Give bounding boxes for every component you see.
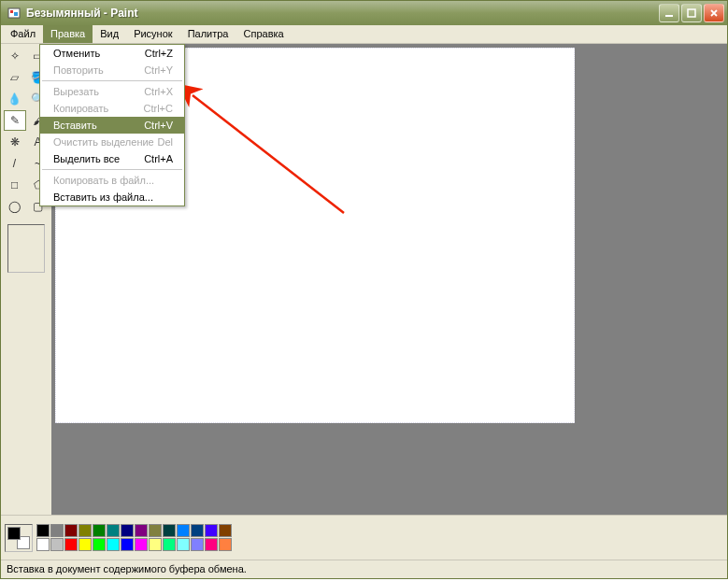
color-swatch[interactable]: [205, 524, 218, 537]
menu-item-вставить-из-файла-[interactable]: Вставить из файла...: [40, 189, 184, 205]
color-swatch[interactable]: [79, 538, 92, 551]
color-indicator[interactable]: [5, 524, 33, 552]
menu-item-label: Повторить: [53, 64, 104, 76]
ellipse-icon[interactable]: ◯: [4, 196, 26, 217]
airbrush-icon[interactable]: ❋: [4, 132, 26, 152]
menu-image[interactable]: Рисунок: [126, 25, 180, 43]
pencil-icon[interactable]: ✎: [4, 110, 26, 131]
menu-view[interactable]: Вид: [93, 25, 126, 43]
color-swatch[interactable]: [135, 524, 148, 537]
menu-palette[interactable]: Палитра: [180, 25, 236, 43]
freeform-select-icon[interactable]: ✧: [4, 46, 26, 66]
color-swatch[interactable]: [149, 524, 162, 537]
statusbar: Вставка в документ содержимого буфера об…: [1, 560, 727, 578]
menu-item-label: Вставить из файла...: [53, 191, 153, 203]
color-swatch[interactable]: [177, 538, 190, 551]
foreground-color-swatch: [7, 527, 21, 540]
menu-edit[interactable]: Правка: [43, 25, 93, 43]
menu-item-очистить-выделение: Очистить выделениеDel: [40, 134, 184, 150]
menu-separator: [42, 169, 182, 170]
svg-rect-3: [665, 15, 673, 17]
color-swatch[interactable]: [205, 538, 218, 551]
color-swatch[interactable]: [64, 538, 78, 551]
color-swatch[interactable]: [191, 538, 204, 551]
menu-item-label: Отменить: [53, 48, 100, 59]
color-swatch[interactable]: [64, 524, 78, 537]
menu-item-shortcut: Ctrl+A: [144, 153, 173, 164]
svg-rect-4: [688, 9, 695, 17]
color-swatch[interactable]: [191, 524, 204, 537]
menu-item-вставить[interactable]: ВставитьCtrl+V: [40, 117, 184, 134]
menu-help[interactable]: Справка: [236, 25, 292, 43]
menu-item-label: Выделить все: [53, 153, 120, 164]
color-swatch[interactable]: [93, 538, 106, 551]
menu-item-label: Копировать в файл...: [53, 175, 154, 186]
svg-rect-1: [10, 10, 13, 13]
tool-options: [7, 224, 45, 273]
color-swatch[interactable]: [135, 538, 148, 551]
window-controls: [659, 4, 724, 22]
menu-item-копировать-в-файл-: Копировать в файл...: [40, 172, 184, 189]
eraser-icon[interactable]: ▱: [4, 67, 26, 88]
color-swatch[interactable]: [107, 538, 120, 551]
minimize-button[interactable]: [659, 4, 679, 22]
color-swatch[interactable]: [121, 524, 134, 537]
color-palette-bar: [1, 515, 727, 560]
edit-menu-dropdown: ОтменитьCtrl+ZПовторитьCtrl+YВырезатьCtr…: [39, 44, 185, 206]
menu-item-label: Вырезать: [53, 86, 99, 97]
color-swatch[interactable]: [36, 538, 50, 551]
menu-item-shortcut: Ctrl+Y: [144, 64, 173, 76]
rect-icon[interactable]: □: [4, 175, 26, 195]
close-button[interactable]: [704, 4, 724, 22]
menu-item-выделить-все[interactable]: Выделить всеCtrl+A: [40, 150, 184, 167]
color-swatch[interactable]: [121, 538, 134, 551]
picker-icon[interactable]: 💧: [4, 89, 26, 109]
palette-grid: [36, 524, 232, 551]
menu-file[interactable]: Файл: [3, 25, 43, 43]
menu-item-shortcut: Ctrl+X: [144, 86, 173, 97]
status-text: Вставка в документ содержимого буфера об…: [7, 563, 247, 574]
maximize-button[interactable]: [681, 4, 702, 22]
window-title: Безымянный - Paint: [26, 7, 659, 20]
line-icon[interactable]: /: [4, 153, 26, 174]
menu-item-shortcut: Del: [157, 136, 173, 148]
app-icon: [7, 6, 21, 21]
menu-item-label: Очистить выделение: [53, 136, 154, 148]
menu-item-shortcut: Ctrl+C: [144, 103, 173, 114]
menu-item-отменить[interactable]: ОтменитьCtrl+Z: [40, 45, 184, 62]
menu-item-label: Копировать: [53, 103, 108, 114]
color-swatch[interactable]: [163, 538, 176, 551]
menu-item-shortcut: Ctrl+V: [144, 120, 173, 131]
color-swatch[interactable]: [79, 524, 92, 537]
menu-item-вырезать: ВырезатьCtrl+X: [40, 83, 184, 100]
color-swatch[interactable]: [50, 538, 64, 551]
titlebar[interactable]: Безымянный - Paint: [1, 1, 727, 25]
svg-rect-2: [14, 12, 18, 16]
menu-separator: [42, 80, 182, 81]
color-swatch[interactable]: [107, 524, 120, 537]
color-swatch[interactable]: [50, 524, 64, 537]
color-swatch[interactable]: [149, 538, 162, 551]
color-swatch[interactable]: [93, 524, 106, 537]
menu-item-повторить: ПовторитьCtrl+Y: [40, 62, 184, 78]
menu-item-label: Вставить: [53, 120, 97, 131]
color-swatch[interactable]: [219, 538, 232, 551]
menu-item-shortcut: Ctrl+Z: [145, 48, 173, 59]
menu-item-копировать: КопироватьCtrl+C: [40, 100, 184, 117]
menubar: Файл Правка Вид Рисунок Палитра Справка: [1, 25, 727, 44]
color-swatch[interactable]: [219, 524, 232, 537]
color-swatch[interactable]: [177, 524, 190, 537]
color-swatch[interactable]: [163, 524, 176, 537]
color-swatch[interactable]: [36, 524, 50, 537]
